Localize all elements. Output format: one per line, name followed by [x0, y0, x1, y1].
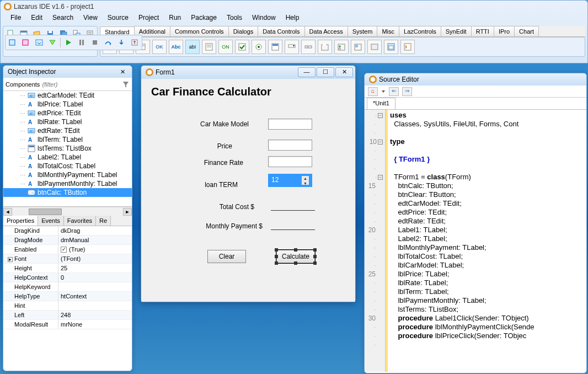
stop-button[interactable]: [89, 36, 101, 49]
comp-tab-datacontrols[interactable]: Data Controls: [258, 26, 304, 36]
comp-tab-dataaccess[interactable]: Data Access: [304, 26, 348, 36]
heading-label[interactable]: Car Finance Calculator: [151, 86, 271, 98]
comp-edit[interactable]: abI: [185, 40, 200, 54]
property-row[interactable]: HelpKeyword: [3, 282, 132, 292]
property-row[interactable]: ▸Font(TFont): [3, 254, 132, 264]
tree-item[interactable]: ⋯lstTerms: TListBox: [3, 144, 132, 153]
form-title-bar[interactable]: Form1 — ☐ ✕: [141, 66, 355, 79]
comp-tab-lazcontrols[interactable]: LazControls: [399, 26, 441, 36]
tab-favorites[interactable]: Favorites: [64, 216, 96, 226]
comp-tab-chart[interactable]: Chart: [514, 26, 539, 36]
gutter[interactable]: ·−··10−····−15····20····25····30···: [365, 110, 386, 372]
tree-item[interactable]: ⋯AlblPrice: TLabel: [3, 100, 132, 109]
menu-source[interactable]: Source: [103, 13, 133, 24]
comp-scrollbar[interactable]: [301, 40, 316, 54]
btn-clear[interactable]: Clear: [207, 250, 246, 263]
nav-home-button[interactable]: ⌂: [368, 87, 378, 96]
lbl-monthly[interactable]: Monthly Payment $: [196, 222, 263, 230]
property-row[interactable]: ModalResultmrNone: [3, 320, 132, 329]
step-out-button[interactable]: [129, 36, 141, 49]
form-designer[interactable]: Form1 — ☐ ✕ Car Finance Calculator Car M…: [141, 65, 356, 302]
oi-title-bar[interactable]: Object Inspector ✕: [3, 66, 132, 78]
unit-tab[interactable]: *Unit1: [367, 98, 395, 109]
oi-close-button[interactable]: ✕: [118, 68, 127, 76]
comp-actionlist[interactable]: [400, 40, 415, 54]
lbl-price[interactable]: Price: [210, 142, 232, 150]
comp-tab-misc[interactable]: Misc: [377, 26, 399, 36]
se-title-bar[interactable]: Source Editor: [365, 73, 586, 86]
form-canvas[interactable]: Car Finance Calculator Car Make Model Pr…: [141, 79, 355, 302]
sel-handle-sw[interactable]: [275, 261, 278, 265]
open-project-button[interactable]: [33, 36, 45, 49]
minimize-button[interactable]: —: [298, 67, 316, 77]
code-text[interactable]: uses Classes, SysUtils, FileUtil, Forms,…: [388, 110, 586, 372]
lbl-rate[interactable]: Finance Rate: [194, 159, 243, 167]
property-row[interactable]: DragModedmManual: [3, 236, 132, 245]
spin-up[interactable]: ▲: [302, 176, 309, 181]
menu-run[interactable]: Run: [164, 13, 185, 24]
sel-handle-s[interactable]: [294, 261, 297, 265]
comp-tab-synedit[interactable]: SynEdit: [441, 26, 472, 36]
comp-label[interactable]: Abc: [169, 40, 183, 54]
comp-combobox[interactable]: [285, 40, 299, 54]
run-button[interactable]: [62, 36, 74, 49]
menu-package[interactable]: Package: [186, 13, 221, 24]
property-row[interactable]: Left248: [3, 311, 132, 320]
sel-handle-nw[interactable]: [275, 248, 278, 252]
comp-tab-ipro[interactable]: IPro: [494, 26, 515, 36]
scroll-right-button[interactable]: ►: [123, 208, 132, 216]
step-over-button[interactable]: [102, 36, 114, 49]
tree-item[interactable]: ⋯ALabel2: TLabel: [3, 153, 132, 162]
tree-item[interactable]: ⋯OKbtnCalc: TButton: [3, 188, 132, 197]
property-grid[interactable]: DragKinddkDragDragModedmManualEnabled✓ (…: [3, 226, 132, 329]
oi-h-scrollbar[interactable]: ◄ ►: [3, 207, 132, 216]
menu-file[interactable]: File: [6, 13, 25, 24]
clear-filter-icon[interactable]: [122, 81, 130, 88]
tree-item[interactable]: ⋯AlblTerm: TLabel: [3, 135, 132, 144]
code-area[interactable]: ·−··10−····−15····20····25····30··· uses…: [365, 110, 586, 372]
menu-window[interactable]: Window: [248, 13, 280, 24]
property-row[interactable]: Hint: [3, 301, 132, 311]
scroll-left-button[interactable]: ◄: [3, 208, 12, 216]
tree-item[interactable]: ⋯AlblPaymentMonthly: TLabel: [3, 179, 132, 188]
filter-input[interactable]: [42, 81, 120, 88]
sel-handle-ne[interactable]: [313, 248, 317, 252]
comp-togglebox[interactable]: ON: [218, 40, 233, 54]
comp-panel[interactable]: [367, 40, 382, 54]
tab-restricted[interactable]: Re: [96, 216, 111, 226]
comp-radiobutton[interactable]: [252, 40, 266, 54]
comp-frame[interactable]: [384, 40, 398, 54]
tree-item[interactable]: ⋯abedtRate: TEdit: [3, 126, 132, 135]
comp-tab-common[interactable]: Common Controls: [170, 26, 229, 36]
comp-checkbox[interactable]: [235, 40, 249, 54]
tree-item[interactable]: ⋯AlblMonthlyPayment: TLabel: [3, 170, 132, 179]
maximize-button[interactable]: ☐: [317, 67, 334, 77]
comp-button[interactable]: OK: [152, 40, 167, 54]
component-tree[interactable]: ⋯abedtCarModel: TEdit⋯AlblPrice: TLabel⋯…: [3, 91, 132, 207]
property-row[interactable]: HelpTypehtContext: [3, 292, 132, 301]
lbl-term[interactable]: loan TERM: [199, 181, 238, 189]
tree-item[interactable]: ⋯abedtPrice: TEdit: [3, 109, 132, 117]
comp-memo[interactable]: [202, 40, 216, 54]
comp-listbox[interactable]: [268, 40, 282, 54]
tree-item[interactable]: ⋯AlblRate: TLabel: [3, 117, 132, 126]
spin-down[interactable]: ▼: [302, 181, 309, 186]
sel-handle-n[interactable]: [294, 248, 297, 252]
comp-checkgroup[interactable]: [351, 40, 365, 54]
view-units-button[interactable]: [7, 36, 19, 49]
comp-tab-system[interactable]: System: [348, 26, 378, 36]
menu-tools[interactable]: Tools: [222, 13, 247, 24]
pause-button[interactable]: [76, 36, 88, 49]
menu-help[interactable]: Help: [281, 13, 304, 24]
comp-groupbox[interactable]: [318, 40, 332, 54]
tree-item[interactable]: ⋯AlblTotalCost: TLabel: [3, 162, 132, 170]
sel-handle-e[interactable]: [313, 255, 317, 258]
property-row[interactable]: Enabled✓ (True): [3, 245, 132, 254]
tab-properties[interactable]: Properties: [3, 216, 38, 226]
step-into-button[interactable]: [115, 36, 127, 49]
nav-dropdown-icon[interactable]: [381, 88, 386, 95]
menu-search[interactable]: Search: [48, 13, 78, 24]
edt-carmodel[interactable]: [268, 119, 312, 130]
edt-price[interactable]: [268, 140, 312, 151]
nav-back-button[interactable]: ⇐: [389, 87, 399, 96]
